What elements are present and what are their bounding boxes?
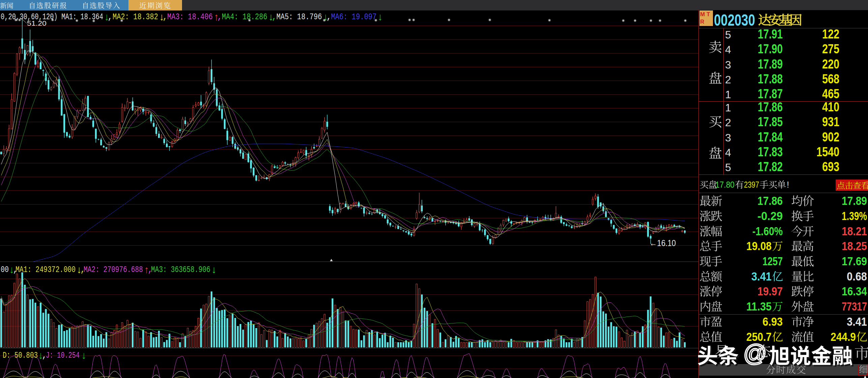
svg-text:11.35: 11.35 — [746, 300, 772, 313]
svg-text:17.91: 17.91 — [758, 27, 783, 41]
svg-text:MA1: 249372.000: MA1: 249372.000 — [16, 265, 76, 275]
svg-text:1: 1 — [725, 102, 731, 114]
svg-text:275: 275 — [822, 42, 839, 56]
svg-text:931: 931 — [822, 115, 839, 129]
svg-text:1257: 1257 — [762, 254, 783, 268]
svg-text:17.89: 17.89 — [758, 57, 783, 71]
svg-text:410: 410 — [822, 100, 839, 114]
svg-text:2: 2 — [725, 74, 731, 86]
svg-text:902: 902 — [822, 130, 839, 144]
svg-text:D: 50.803: D: 50.803 — [3, 350, 38, 360]
svg-text:244.9: 244.9 — [831, 330, 856, 343]
svg-text:@: @ — [743, 340, 767, 366]
svg-text:,: , — [108, 12, 113, 22]
svg-text:1: 1 — [725, 88, 731, 101]
svg-text:51.20: 51.20 — [27, 19, 47, 27]
svg-text:4: 4 — [725, 44, 731, 56]
svg-text:19.97: 19.97 — [757, 285, 783, 298]
svg-text:17.87: 17.87 — [758, 87, 783, 101]
svg-text:3: 3 — [725, 59, 731, 71]
svg-text:2397: 2397 — [744, 180, 759, 189]
svg-text:J: 10.254: J: 10.254 — [46, 350, 80, 360]
svg-text:17.84: 17.84 — [758, 130, 783, 144]
svg-text:17.86: 17.86 — [757, 194, 783, 207]
svg-text:↓: ↓ — [377, 12, 383, 23]
svg-text:18.25: 18.25 — [842, 239, 867, 252]
svg-text:220: 220 — [822, 57, 839, 71]
svg-text:R: R — [700, 19, 704, 25]
svg-text:693: 693 — [822, 160, 839, 174]
svg-text:6.93: 6.93 — [762, 315, 783, 328]
svg-text:T: T — [707, 11, 710, 18]
svg-text:4: 4 — [725, 146, 731, 159]
svg-text:18.21: 18.21 — [842, 224, 867, 238]
svg-text:19.08: 19.08 — [746, 239, 772, 252]
svg-text:17.90: 17.90 — [758, 42, 783, 56]
svg-text:5: 5 — [725, 161, 731, 173]
svg-text:17.89: 17.89 — [842, 194, 867, 207]
svg-text:↓: ↓ — [211, 265, 217, 276]
svg-text:17.86: 17.86 — [758, 100, 783, 114]
svg-text:00: 00 — [1, 265, 9, 275]
svg-text:16.34: 16.34 — [842, 285, 867, 298]
svg-text:↓: ↓ — [81, 350, 87, 362]
svg-text:MA4: 18.286: MA4: 18.286 — [222, 12, 267, 22]
svg-text:568: 568 — [822, 72, 839, 86]
svg-text:465: 465 — [822, 87, 839, 101]
svg-text:17.82: 17.82 — [758, 160, 783, 174]
svg-text:1.39%: 1.39% — [842, 209, 867, 222]
svg-text:MA3: 18.406: MA3: 18.406 — [167, 12, 213, 22]
svg-text:17.80: 17.80 — [715, 180, 735, 189]
svg-text:17.69: 17.69 — [842, 254, 867, 268]
svg-text:3.41: 3.41 — [751, 270, 772, 283]
svg-text:3: 3 — [725, 132, 731, 144]
svg-text:17.88: 17.88 — [758, 72, 783, 86]
svg-text:1540: 1540 — [816, 145, 839, 159]
svg-text:-0.29: -0.29 — [757, 209, 783, 222]
svg-text:MA2: 270976.688: MA2: 270976.688 — [84, 265, 143, 275]
svg-text:17.83: 17.83 — [758, 145, 783, 159]
svg-text:-1.60%: -1.60% — [752, 224, 783, 238]
svg-text:MA2: 18.382: MA2: 18.382 — [113, 12, 158, 22]
svg-text:MA6: 19.097: MA6: 19.097 — [331, 12, 377, 22]
svg-text:122: 122 — [822, 27, 839, 41]
svg-text:2: 2 — [725, 116, 731, 129]
svg-text:0.68: 0.68 — [847, 270, 867, 283]
svg-text:002030: 002030 — [714, 11, 755, 29]
svg-text:5: 5 — [725, 29, 731, 41]
svg-text:MA3: 363658.906: MA3: 363658.906 — [151, 265, 210, 275]
svg-text:←16.10: ←16.10 — [650, 238, 676, 248]
svg-text:77317: 77317 — [842, 300, 867, 313]
svg-text:M: M — [700, 11, 705, 18]
svg-text:!: ! — [787, 180, 789, 189]
svg-text:17.85: 17.85 — [758, 115, 783, 129]
svg-text:MA5: 18.796: MA5: 18.796 — [276, 12, 322, 22]
svg-text:3.41: 3.41 — [847, 315, 867, 328]
